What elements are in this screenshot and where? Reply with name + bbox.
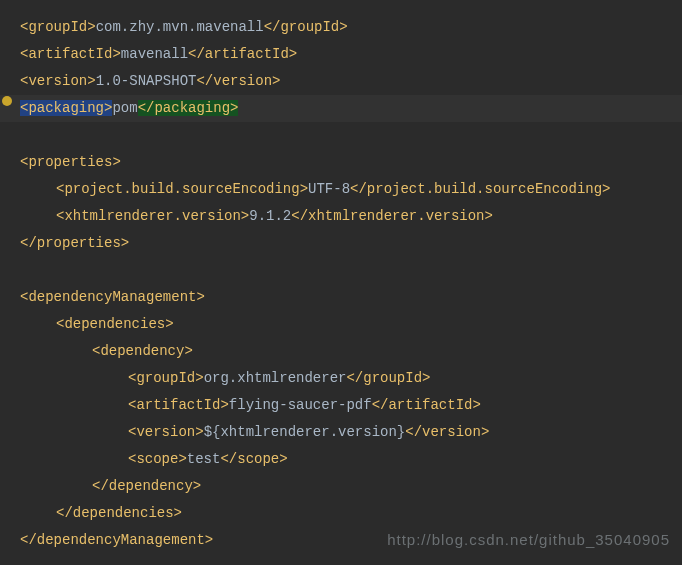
tag-close: </groupId> [346, 370, 430, 386]
blank-line [0, 257, 682, 284]
code-line: <dependencies> [0, 311, 682, 338]
tag-open-selected: <packaging> [20, 100, 112, 116]
tag-close: </dependencyManagement> [20, 532, 213, 548]
text-value: org.xhtmlrenderer [204, 370, 347, 386]
code-line: <project.build.sourceEncoding>UTF-8</pro… [0, 176, 682, 203]
tag-open: <groupId> [20, 19, 96, 35]
tag-open: <scope> [128, 451, 187, 467]
watermark-text: http://blog.csdn.net/github_35040905 [387, 526, 670, 553]
tag-close: </artifactId> [188, 46, 297, 62]
code-line: <groupId>org.xhtmlrenderer</groupId> [0, 365, 682, 392]
text-value: 9.1.2 [249, 208, 291, 224]
text-value: UTF-8 [308, 181, 350, 197]
tag-close: </version> [405, 424, 489, 440]
text-value: ${xhtmlrenderer.version} [204, 424, 406, 440]
code-line: <artifactId>flying-saucer-pdf</artifactI… [0, 392, 682, 419]
text-value: 1.0-SNAPSHOT [96, 73, 197, 89]
tag-open: <project.build.sourceEncoding> [56, 181, 308, 197]
code-line: <dependencyManagement> [0, 284, 682, 311]
tag-close: </dependencies> [56, 505, 182, 521]
gutter-warning-icon[interactable] [2, 96, 12, 106]
tag-open: <version> [20, 73, 96, 89]
tag-open: <artifactId> [20, 46, 121, 62]
code-line: </dependencies> [0, 500, 682, 527]
text-value: test [187, 451, 221, 467]
code-line: <scope>test</scope> [0, 446, 682, 473]
text-value: pom [112, 100, 137, 116]
tag-open: <dependencies> [56, 316, 174, 332]
code-line: <xhtmlrenderer.version>9.1.2</xhtmlrende… [0, 203, 682, 230]
tag-close: </dependency> [92, 478, 201, 494]
tag-close: </version> [196, 73, 280, 89]
code-line-highlighted: <packaging>pom</packaging> [0, 95, 682, 122]
text-value: flying-saucer-pdf [229, 397, 372, 413]
code-line: <properties> [0, 149, 682, 176]
code-line: <groupId>com.zhy.mvn.mavenall</groupId> [0, 14, 682, 41]
tag-open: <properties> [20, 154, 121, 170]
tag-close: </xhtmlrenderer.version> [291, 208, 493, 224]
code-line: </properties> [0, 230, 682, 257]
tag-open: <dependency> [92, 343, 193, 359]
tag-close: </properties> [20, 235, 129, 251]
tag-close-matched: </packaging> [138, 100, 239, 116]
tag-close: </scope> [220, 451, 287, 467]
code-line: <version>1.0-SNAPSHOT</version> [0, 68, 682, 95]
tag-open: <groupId> [128, 370, 204, 386]
tag-close: </project.build.sourceEncoding> [350, 181, 610, 197]
code-line: </dependency> [0, 473, 682, 500]
code-line: <artifactId>mavenall</artifactId> [0, 41, 682, 68]
tag-close: </groupId> [264, 19, 348, 35]
tag-open: <artifactId> [128, 397, 229, 413]
tag-close: </artifactId> [372, 397, 481, 413]
blank-line [0, 122, 682, 149]
tag-open: <xhtmlrenderer.version> [56, 208, 249, 224]
code-line: <dependency> [0, 338, 682, 365]
code-line: <version>${xhtmlrenderer.version}</versi… [0, 419, 682, 446]
text-value: com.zhy.mvn.mavenall [96, 19, 264, 35]
code-editor[interactable]: <groupId>com.zhy.mvn.mavenall</groupId> … [0, 14, 682, 554]
tag-open: <dependencyManagement> [20, 289, 205, 305]
text-value: mavenall [121, 46, 188, 62]
tag-open: <version> [128, 424, 204, 440]
